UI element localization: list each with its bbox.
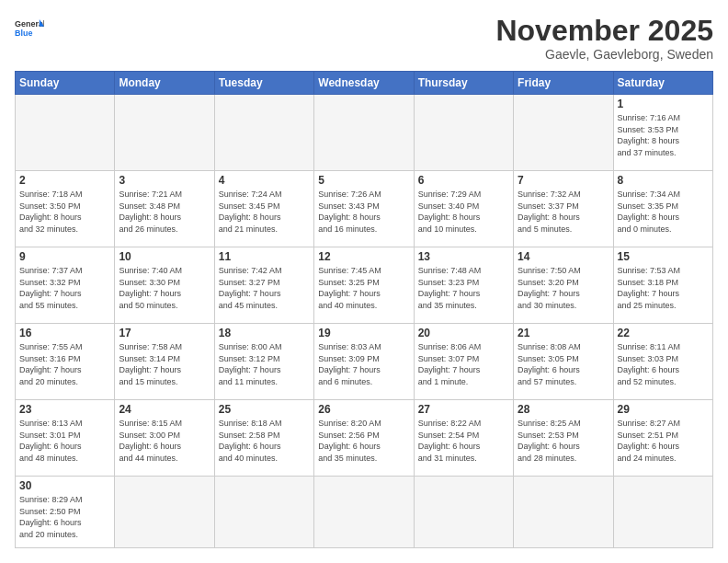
day-number: 1: [618, 98, 709, 110]
table-row: 11Sunrise: 7:42 AM Sunset: 3:27 PM Dayli…: [214, 247, 313, 324]
day-number: 28: [518, 403, 609, 416]
table-row: 30Sunrise: 8:29 AM Sunset: 2:50 PM Dayli…: [16, 476, 115, 547]
table-row: 29Sunrise: 8:27 AM Sunset: 2:51 PM Dayli…: [613, 400, 712, 477]
day-number: 11: [219, 250, 310, 263]
day-number: 20: [418, 327, 509, 339]
table-row: [514, 476, 613, 547]
day-info: Sunrise: 8:06 AM Sunset: 3:07 PM Dayligh…: [418, 341, 509, 387]
table-row: 19Sunrise: 8:03 AM Sunset: 3:09 PM Dayli…: [314, 324, 414, 400]
logo-icon: General Blue: [15, 15, 44, 44]
table-row: 14Sunrise: 7:50 AM Sunset: 3:20 PM Dayli…: [514, 247, 613, 324]
day-info: Sunrise: 7:29 AM Sunset: 3:40 PM Dayligh…: [418, 189, 509, 235]
day-info: Sunrise: 7:18 AM Sunset: 3:50 PM Dayligh…: [19, 189, 110, 235]
weekday-header-row: Sunday Monday Tuesday Wednesday Thursday…: [16, 72, 713, 95]
day-number: 9: [19, 250, 110, 263]
day-info: Sunrise: 8:18 AM Sunset: 2:58 PM Dayligh…: [219, 418, 310, 464]
table-row: 24Sunrise: 8:15 AM Sunset: 3:00 PM Dayli…: [115, 400, 214, 477]
day-number: 22: [618, 327, 709, 339]
table-row: 7Sunrise: 7:32 AM Sunset: 3:37 PM Daylig…: [514, 171, 613, 247]
table-row: [16, 95, 115, 171]
header-sunday: Sunday: [16, 72, 115, 95]
table-row: 20Sunrise: 8:06 AM Sunset: 3:07 PM Dayli…: [414, 324, 513, 400]
day-info: Sunrise: 8:27 AM Sunset: 2:51 PM Dayligh…: [618, 418, 709, 464]
day-number: 5: [318, 174, 409, 187]
day-number: 21: [518, 327, 609, 339]
day-info: Sunrise: 8:11 AM Sunset: 3:03 PM Dayligh…: [618, 341, 709, 387]
svg-text:Blue: Blue: [15, 29, 32, 38]
day-info: Sunrise: 7:34 AM Sunset: 3:35 PM Dayligh…: [618, 189, 709, 235]
header-wednesday: Wednesday: [314, 72, 414, 95]
day-info: Sunrise: 8:20 AM Sunset: 2:56 PM Dayligh…: [318, 418, 409, 464]
day-number: 17: [119, 327, 210, 339]
table-row: 6Sunrise: 7:29 AM Sunset: 3:40 PM Daylig…: [414, 171, 513, 247]
day-info: Sunrise: 7:24 AM Sunset: 3:45 PM Dayligh…: [219, 189, 310, 235]
day-info: Sunrise: 7:21 AM Sunset: 3:48 PM Dayligh…: [119, 189, 210, 235]
table-row: [115, 95, 214, 171]
table-row: 2Sunrise: 7:18 AM Sunset: 3:50 PM Daylig…: [16, 171, 115, 247]
calendar: Sunday Monday Tuesday Wednesday Thursday…: [15, 71, 713, 548]
table-row: [613, 476, 712, 547]
day-number: 29: [618, 403, 709, 416]
day-number: 12: [318, 250, 409, 263]
table-row: 22Sunrise: 8:11 AM Sunset: 3:03 PM Dayli…: [613, 324, 712, 400]
day-number: 8: [618, 174, 709, 187]
day-number: 4: [219, 174, 310, 187]
day-number: 30: [19, 479, 110, 492]
day-number: 27: [418, 403, 509, 416]
day-info: Sunrise: 8:03 AM Sunset: 3:09 PM Dayligh…: [318, 341, 409, 387]
day-number: 24: [119, 403, 210, 416]
day-info: Sunrise: 8:13 AM Sunset: 3:01 PM Dayligh…: [19, 418, 110, 464]
day-number: 23: [19, 403, 110, 416]
day-info: Sunrise: 7:40 AM Sunset: 3:30 PM Dayligh…: [119, 265, 210, 311]
table-row: [214, 95, 313, 171]
day-number: 25: [219, 403, 310, 416]
day-info: Sunrise: 7:48 AM Sunset: 3:23 PM Dayligh…: [418, 265, 509, 311]
day-info: Sunrise: 8:00 AM Sunset: 3:12 PM Dayligh…: [219, 341, 310, 387]
table-row: [414, 95, 513, 171]
header-friday: Friday: [514, 72, 613, 95]
day-info: Sunrise: 7:53 AM Sunset: 3:18 PM Dayligh…: [618, 265, 709, 311]
table-row: 21Sunrise: 8:08 AM Sunset: 3:05 PM Dayli…: [514, 324, 613, 400]
table-row: 9Sunrise: 7:37 AM Sunset: 3:32 PM Daylig…: [16, 247, 115, 324]
day-info: Sunrise: 8:29 AM Sunset: 2:50 PM Dayligh…: [19, 494, 110, 540]
title-block: November 2025 Gaevle, Gaevleborg, Sweden: [495, 15, 713, 62]
table-row: 16Sunrise: 7:55 AM Sunset: 3:16 PM Dayli…: [16, 324, 115, 400]
header-thursday: Thursday: [414, 72, 513, 95]
day-info: Sunrise: 8:15 AM Sunset: 3:00 PM Dayligh…: [119, 418, 210, 464]
day-number: 26: [318, 403, 409, 416]
day-number: 2: [19, 174, 110, 187]
day-number: 3: [119, 174, 210, 187]
header-tuesday: Tuesday: [214, 72, 313, 95]
table-row: 28Sunrise: 8:25 AM Sunset: 2:53 PM Dayli…: [514, 400, 613, 477]
day-number: 16: [19, 327, 110, 339]
day-info: Sunrise: 7:45 AM Sunset: 3:25 PM Dayligh…: [318, 265, 409, 311]
day-info: Sunrise: 7:42 AM Sunset: 3:27 PM Dayligh…: [219, 265, 310, 311]
table-row: 12Sunrise: 7:45 AM Sunset: 3:25 PM Dayli…: [314, 247, 414, 324]
table-row: 3Sunrise: 7:21 AM Sunset: 3:48 PM Daylig…: [115, 171, 214, 247]
table-row: [115, 476, 214, 547]
logo: General Blue: [15, 15, 44, 44]
table-row: 17Sunrise: 7:58 AM Sunset: 3:14 PM Dayli…: [115, 324, 214, 400]
day-number: 18: [219, 327, 310, 339]
day-number: 7: [518, 174, 609, 187]
table-row: 10Sunrise: 7:40 AM Sunset: 3:30 PM Dayli…: [115, 247, 214, 324]
table-row: 8Sunrise: 7:34 AM Sunset: 3:35 PM Daylig…: [613, 171, 712, 247]
header-monday: Monday: [115, 72, 214, 95]
table-row: 1Sunrise: 7:16 AM Sunset: 3:53 PM Daylig…: [613, 95, 712, 171]
day-info: Sunrise: 8:22 AM Sunset: 2:54 PM Dayligh…: [418, 418, 509, 464]
table-row: 26Sunrise: 8:20 AM Sunset: 2:56 PM Dayli…: [314, 400, 414, 477]
table-row: 25Sunrise: 8:18 AM Sunset: 2:58 PM Dayli…: [214, 400, 313, 477]
table-row: 27Sunrise: 8:22 AM Sunset: 2:54 PM Dayli…: [414, 400, 513, 477]
day-info: Sunrise: 7:32 AM Sunset: 3:37 PM Dayligh…: [518, 189, 609, 235]
table-row: [414, 476, 513, 547]
page: General Blue November 2025 Gaevle, Gaevl…: [0, 0, 728, 563]
header-saturday: Saturday: [613, 72, 712, 95]
table-row: 5Sunrise: 7:26 AM Sunset: 3:43 PM Daylig…: [314, 171, 414, 247]
day-number: 14: [518, 250, 609, 263]
subtitle: Gaevle, Gaevleborg, Sweden: [495, 47, 713, 62]
month-title: November 2025: [495, 15, 713, 47]
table-row: 23Sunrise: 8:13 AM Sunset: 3:01 PM Dayli…: [16, 400, 115, 477]
table-row: [314, 476, 414, 547]
day-info: Sunrise: 7:55 AM Sunset: 3:16 PM Dayligh…: [19, 341, 110, 387]
day-info: Sunrise: 8:25 AM Sunset: 2:53 PM Dayligh…: [518, 418, 609, 464]
